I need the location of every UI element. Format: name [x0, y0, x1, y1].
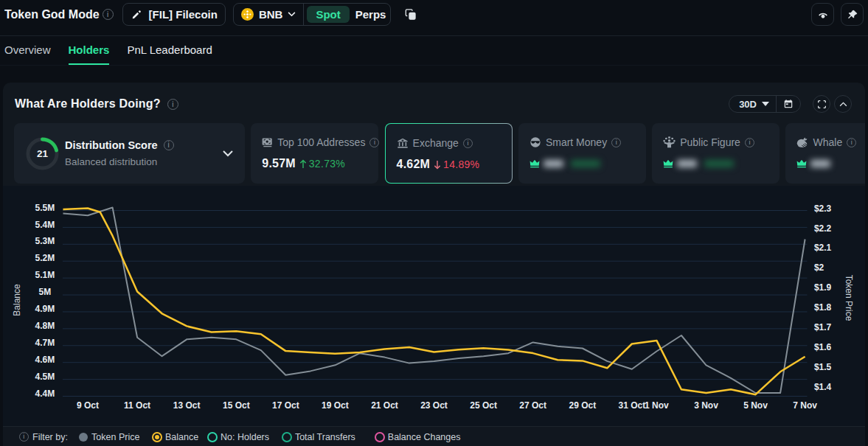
svg-text:4.5M: 4.5M: [35, 372, 55, 382]
svg-text:5.5M: 5.5M: [35, 203, 55, 213]
svg-text:$1.9: $1.9: [814, 282, 832, 293]
svg-text:19 Oct: 19 Oct: [322, 400, 349, 411]
svg-text:11 Oct: 11 Oct: [124, 400, 150, 411]
svg-text:$2.1: $2.1: [814, 243, 832, 253]
svg-text:4.7M: 4.7M: [35, 338, 55, 348]
svg-text:29 Oct: 29 Oct: [569, 400, 596, 411]
svg-text:3 Nov: 3 Nov: [694, 400, 718, 411]
svg-text:4.8M: 4.8M: [35, 321, 55, 331]
svg-text:5.2M: 5.2M: [35, 253, 55, 263]
svg-text:Balance: Balance: [12, 284, 22, 316]
svg-text:27 Oct: 27 Oct: [519, 400, 546, 411]
svg-text:$1.6: $1.6: [814, 342, 832, 352]
svg-text:9 Oct: 9 Oct: [77, 400, 99, 411]
svg-text:15 Oct: 15 Oct: [223, 400, 250, 411]
svg-text:25 Oct: 25 Oct: [470, 400, 497, 411]
svg-text:31 Oct: 31 Oct: [618, 400, 645, 411]
svg-text:5 Nov: 5 Nov: [743, 400, 768, 411]
svg-text:5M: 5M: [39, 287, 52, 297]
svg-text:4.6M: 4.6M: [35, 355, 55, 365]
svg-text:5.1M: 5.1M: [35, 270, 55, 280]
svg-text:5.4M: 5.4M: [35, 220, 55, 230]
svg-text:$2: $2: [814, 262, 824, 273]
svg-text:23 Oct: 23 Oct: [420, 400, 448, 411]
svg-text:$2.3: $2.3: [814, 203, 832, 214]
svg-text:17 Oct: 17 Oct: [272, 400, 299, 411]
svg-text:$2.2: $2.2: [814, 223, 832, 234]
svg-text:$1.8: $1.8: [814, 302, 832, 313]
svg-text:21 Oct: 21 Oct: [371, 400, 398, 411]
svg-text:5.3M: 5.3M: [35, 236, 55, 246]
svg-text:4.4M: 4.4M: [35, 388, 55, 399]
svg-text:$1.5: $1.5: [814, 362, 832, 372]
svg-text:Token Price: Token Price: [844, 275, 854, 321]
svg-text:$1.4: $1.4: [814, 382, 832, 392]
svg-text:7 Nov: 7 Nov: [793, 400, 817, 411]
svg-text:$1.7: $1.7: [814, 322, 832, 332]
svg-text:1 Nov: 1 Nov: [645, 400, 669, 411]
svg-text:4.9M: 4.9M: [35, 304, 55, 314]
svg-text:13 Oct: 13 Oct: [173, 400, 201, 411]
